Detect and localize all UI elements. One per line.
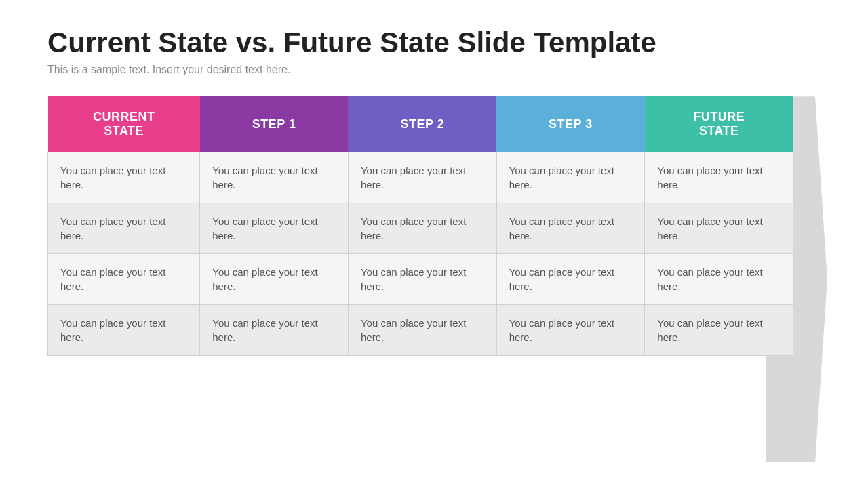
table-cell: You can place your text here. [48, 203, 200, 254]
header-step1: STEP 1 [200, 96, 349, 152]
table-cell: You can place your text here. [348, 152, 496, 203]
main-table: CURRENTSTATE STEP 1 STEP 2 STEP 3 FUTURE… [47, 96, 793, 356]
header-current: CURRENTSTATE [48, 96, 200, 152]
slide: Current State vs. Future State Slide Tem… [0, 0, 868, 488]
table-cell: You can place your text here. [200, 203, 349, 254]
header-future: FUTURESTATE [645, 96, 793, 152]
table-cell: You can place your text here. [48, 254, 200, 305]
table-cell: You can place your text here. [348, 254, 496, 305]
table-cell: You can place your text here. [496, 152, 645, 203]
table-cell: You can place your text here. [645, 203, 793, 254]
table-cell: You can place your text here. [496, 203, 645, 254]
table-row: You can place your text here.You can pla… [48, 254, 793, 305]
table-row: You can place your text here.You can pla… [48, 152, 793, 203]
table-cell: You can place your text here. [200, 152, 349, 203]
table-cell: You can place your text here. [645, 152, 793, 203]
table-row: You can place your text here.You can pla… [48, 305, 793, 356]
table-cell: You can place your text here. [48, 305, 200, 356]
table-cell: You can place your text here. [348, 203, 496, 254]
table-cell: You can place your text here. [348, 305, 496, 356]
table-cell: You can place your text here. [200, 305, 349, 356]
table-wrapper: CURRENTSTATE STEP 1 STEP 2 STEP 3 FUTURE… [47, 96, 821, 356]
table-cell: You can place your text here. [496, 305, 645, 356]
table-cell: You can place your text here. [200, 254, 349, 305]
header-step2: STEP 2 [348, 96, 496, 152]
page-subtitle: This is a sample text. Insert your desir… [47, 64, 821, 76]
table-row: You can place your text here.You can pla… [48, 203, 793, 254]
table-cell: You can place your text here. [645, 305, 793, 356]
table-cell: You can place your text here. [645, 254, 793, 305]
table-cell: You can place your text here. [496, 254, 645, 305]
table-cell: You can place your text here. [48, 152, 200, 203]
header-step3: STEP 3 [496, 96, 645, 152]
page-title: Current State vs. Future State Slide Tem… [47, 27, 821, 58]
